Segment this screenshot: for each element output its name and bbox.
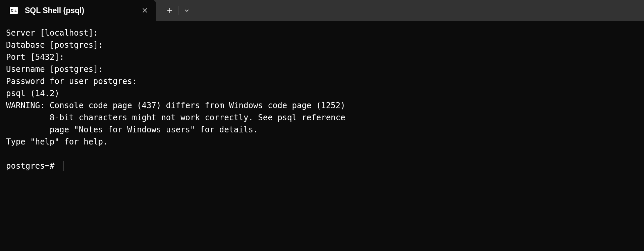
tab-title: SQL Shell (psql) <box>25 6 133 15</box>
window-titlebar: C:\. SQL Shell (psql) <box>0 0 644 21</box>
titlebar-actions <box>156 0 195 21</box>
plus-icon <box>167 7 173 13</box>
terminal-output[interactable]: Server [localhost]: Database [postgres]:… <box>0 21 644 178</box>
terminal-line: Username [postgres]: <box>6 65 103 74</box>
terminal-line: Port [5432]: <box>6 52 64 62</box>
tab-dropdown-button[interactable] <box>178 0 195 21</box>
cmd-icon: C:\. <box>9 7 18 14</box>
terminal-line: page "Notes for Windows users" for detai… <box>6 125 258 134</box>
new-tab-button[interactable] <box>161 0 178 21</box>
terminal-line: WARNING: Console code page (437) differs… <box>6 101 345 110</box>
terminal-line: Server [localhost]: <box>6 28 98 38</box>
terminal-prompt: postgres=# <box>6 160 59 172</box>
terminal-line: 8-bit characters might not work correctl… <box>6 113 345 122</box>
terminal-line: Database [postgres]: <box>6 40 103 50</box>
tab-active[interactable]: C:\. SQL Shell (psql) <box>0 0 156 21</box>
tab-close-button[interactable] <box>140 5 150 15</box>
terminal-line: psql (14.2) <box>6 89 59 98</box>
close-icon <box>142 8 148 13</box>
terminal-line: Password for user postgres: <box>6 77 137 86</box>
terminal-line: Type "help" for help. <box>6 137 108 147</box>
chevron-down-icon <box>184 8 190 13</box>
cursor <box>63 161 63 171</box>
